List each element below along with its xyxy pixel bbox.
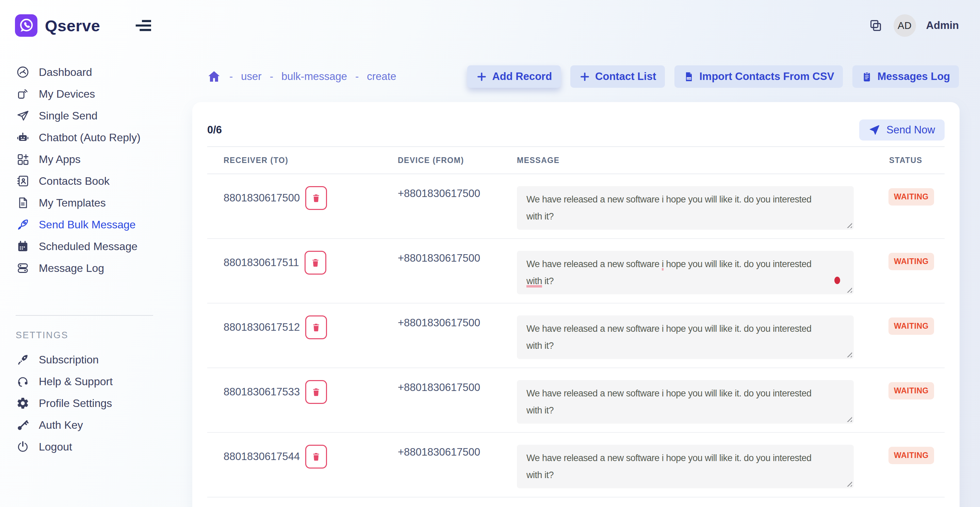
message-textarea[interactable]: We have released a new software i hope y… bbox=[517, 380, 854, 424]
table-row: 8801830617511+8801830617500We have relea… bbox=[207, 239, 945, 304]
rocket-icon bbox=[16, 218, 30, 232]
sidebar-item-label: Contacts Book bbox=[39, 175, 110, 188]
sidebar-item-logout[interactable]: Logout bbox=[0, 436, 177, 458]
delete-record-button[interactable] bbox=[305, 445, 327, 469]
breadcrumb: -user-bulk-message-create bbox=[207, 70, 396, 84]
sidebar-item-scheduled-message[interactable]: Scheduled Message bbox=[0, 235, 177, 257]
brand-name: Qserve bbox=[45, 16, 100, 35]
status-badge: WAITING bbox=[888, 318, 934, 335]
add-record-button[interactable]: Add Record bbox=[467, 65, 561, 88]
send-now-button[interactable]: Send Now bbox=[859, 119, 945, 140]
sidebar-item-dashboard[interactable]: Dashboard bbox=[0, 61, 177, 83]
record-counter: 0/6 bbox=[207, 124, 222, 136]
sidebar-item-my-devices[interactable]: My Devices bbox=[0, 83, 177, 105]
receiver-cell: 8801830617544 bbox=[207, 445, 382, 469]
receiver-number: 8801830617533 bbox=[224, 386, 300, 398]
send-now-label: Send Now bbox=[886, 124, 935, 136]
sidebar-item-message-log[interactable]: Message Log bbox=[0, 257, 177, 279]
brand: Qserve bbox=[0, 14, 100, 37]
message-cell: We have released a new software i hope y… bbox=[501, 315, 888, 359]
sidebar-item-label: Send Bulk Message bbox=[39, 218, 136, 231]
device-cell: +8801830617500 bbox=[382, 186, 501, 200]
dashboard-icon bbox=[16, 65, 30, 79]
sidebar-item-single-send[interactable]: Single Send bbox=[0, 105, 177, 127]
sidebar-item-auth-key[interactable]: Auth Key bbox=[0, 414, 177, 436]
device-number: +8801830617500 bbox=[398, 188, 480, 199]
sidebar-item-label: Subscription bbox=[39, 354, 99, 366]
column-header-status: STATUS bbox=[888, 156, 945, 165]
message-line-1: We have released a new software i hope y… bbox=[527, 191, 844, 208]
sidebar-item-label: Message Log bbox=[39, 262, 104, 275]
status-cell: WAITING bbox=[888, 186, 945, 205]
device-number: +8801830617500 bbox=[398, 446, 480, 458]
sidebar-item-subscription[interactable]: Subscription bbox=[0, 349, 177, 370]
contact-list-button[interactable]: Contact List bbox=[570, 65, 665, 88]
message-line-1: We have released a new software i hope y… bbox=[527, 256, 844, 273]
sidebar-item-my-apps[interactable]: My Apps bbox=[0, 148, 177, 170]
toggles-icon bbox=[16, 261, 30, 275]
sidebar-item-send-bulk-message[interactable]: Send Bulk Message bbox=[0, 214, 177, 235]
message-line-1: We have released a new software i hope y… bbox=[527, 450, 844, 467]
spellcheck-underline: with bbox=[527, 276, 542, 288]
rocket-filled-icon bbox=[16, 353, 30, 367]
sidebar-toggle-button[interactable] bbox=[133, 15, 154, 36]
message-cell: We have released a new software i hope y… bbox=[501, 186, 888, 230]
column-header-message: MESSAGE bbox=[501, 156, 888, 165]
sidebar-item-profile-settings[interactable]: Profile Settings bbox=[0, 393, 177, 414]
gear-icon bbox=[16, 396, 30, 410]
breadcrumb-link-user[interactable]: user bbox=[241, 70, 261, 83]
message-line-1: We have released a new software i hope y… bbox=[527, 320, 844, 337]
breadcrumb-link-bulk-message[interactable]: bulk-message bbox=[282, 70, 347, 83]
table-header-row: RECEIVER (TO)DEVICE (FROM)MESSAGESTATUS bbox=[207, 146, 945, 174]
avatar[interactable]: AD bbox=[894, 14, 916, 37]
sidebar-item-label: Chatbot (Auto Reply) bbox=[39, 131, 140, 144]
message-line-2: with it? bbox=[527, 208, 844, 225]
messages-log-button[interactable]: Messages Log bbox=[853, 65, 959, 88]
sidebar-item-label: My Templates bbox=[39, 197, 106, 209]
apps-grid-icon bbox=[16, 152, 30, 166]
clipboard-icon bbox=[861, 71, 872, 83]
toolbar: Add RecordContact ListCSVImport Contacts… bbox=[467, 65, 959, 88]
copy-icon[interactable] bbox=[868, 18, 883, 33]
message-textarea[interactable]: We have released a new software i hope y… bbox=[517, 251, 854, 294]
delete-record-button[interactable] bbox=[305, 315, 327, 339]
message-line-2: with it? bbox=[527, 273, 844, 289]
breadcrumb-link-create[interactable]: create bbox=[367, 70, 396, 83]
button-label: Contact List bbox=[595, 70, 656, 83]
button-label: Messages Log bbox=[877, 70, 950, 83]
spellcheck-underline: i bbox=[662, 259, 664, 270]
column-header-device-from: DEVICE (FROM) bbox=[382, 156, 501, 165]
button-label: Add Record bbox=[492, 70, 552, 83]
button-label: Import Contacts From CSV bbox=[699, 70, 834, 83]
message-textarea[interactable]: We have released a new software i hope y… bbox=[517, 315, 854, 359]
status-badge: WAITING bbox=[888, 188, 934, 205]
sidebar-item-my-templates[interactable]: My Templates bbox=[0, 192, 177, 214]
device-cell: +8801830617500 bbox=[382, 380, 501, 394]
paper-plane-icon bbox=[16, 108, 30, 123]
bulk-message-card: 0/6 Send Now RECEIVER (TO)DEVICE (FROM)M… bbox=[192, 102, 959, 507]
import-contacts-from-csv-button[interactable]: CSVImport Contacts From CSV bbox=[675, 65, 843, 88]
message-textarea[interactable]: We have released a new software i hope y… bbox=[517, 186, 854, 230]
app-header: Qserve AD Admin bbox=[0, 0, 980, 51]
delete-record-button[interactable] bbox=[305, 251, 326, 275]
sidebar-item-contacts-book[interactable]: Contacts Book bbox=[0, 170, 177, 192]
message-line-2: with it? bbox=[527, 467, 844, 483]
power-icon bbox=[16, 440, 30, 454]
sidebar-item-help-support[interactable]: Help & Support bbox=[0, 370, 177, 393]
headset-icon bbox=[16, 374, 30, 389]
sidebar-item-label: Logout bbox=[39, 441, 72, 453]
breadcrumb-separator: - bbox=[355, 70, 359, 83]
message-textarea[interactable]: We have released a new software i hope y… bbox=[517, 445, 854, 488]
header-right: AD Admin bbox=[868, 14, 980, 37]
sidebar-item-label: My Devices bbox=[39, 88, 95, 100]
home-icon[interactable] bbox=[207, 70, 221, 84]
sidebar-item-label: Single Send bbox=[39, 110, 98, 122]
bulk-message-table: RECEIVER (TO)DEVICE (FROM)MESSAGESTATUS … bbox=[207, 146, 945, 497]
contacts-book-icon bbox=[16, 174, 30, 188]
user-name[interactable]: Admin bbox=[926, 19, 959, 32]
status-badge: WAITING bbox=[888, 382, 934, 399]
delete-record-button[interactable] bbox=[305, 380, 327, 404]
delete-record-button[interactable] bbox=[305, 186, 327, 210]
sidebar-item-chatbot-auto-reply[interactable]: Chatbot (Auto Reply) bbox=[0, 127, 177, 148]
send-icon bbox=[869, 124, 880, 136]
